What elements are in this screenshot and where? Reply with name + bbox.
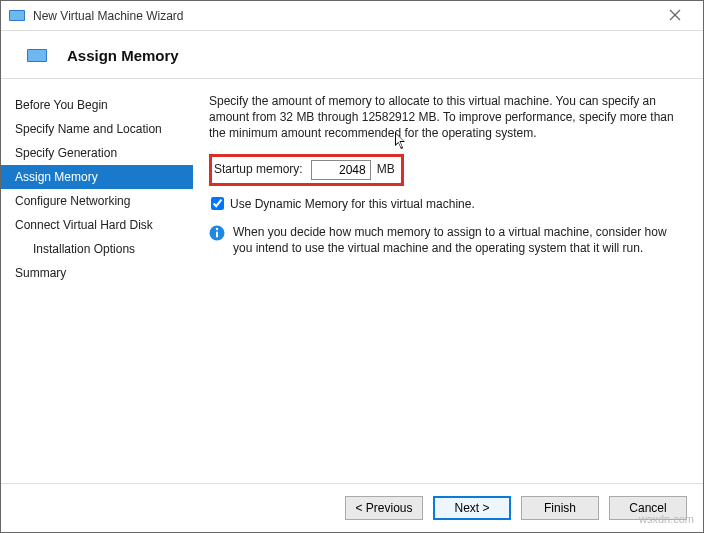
info-text: When you decide how much memory to assig… xyxy=(233,224,683,256)
step-before-you-begin[interactable]: Before You Begin xyxy=(1,93,193,117)
wizard-window: New Virtual Machine Wizard Assign Memory… xyxy=(0,0,704,533)
wizard-header: Assign Memory xyxy=(1,31,703,79)
dynamic-memory-checkbox[interactable] xyxy=(211,197,224,210)
step-specify-generation[interactable]: Specify Generation xyxy=(1,141,193,165)
step-connect-vhd[interactable]: Connect Virtual Hard Disk xyxy=(1,213,193,237)
previous-button[interactable]: < Previous xyxy=(345,496,423,520)
footer: < Previous Next > Finish Cancel xyxy=(1,483,703,532)
sidebar: Before You Begin Specify Name and Locati… xyxy=(1,79,193,483)
info-row: When you decide how much memory to assig… xyxy=(209,224,683,256)
finish-button[interactable]: Finish xyxy=(521,496,599,520)
step-installation-options[interactable]: Installation Options xyxy=(1,237,193,261)
step-assign-memory[interactable]: Assign Memory xyxy=(1,165,193,189)
info-icon xyxy=(209,225,225,241)
startup-memory-row: Startup memory: MB xyxy=(209,154,404,186)
watermark: wsxdn.com xyxy=(639,513,694,525)
page-title: Assign Memory xyxy=(67,47,179,64)
wizard-body: Before You Begin Specify Name and Locati… xyxy=(1,79,703,483)
dynamic-memory-label: Use Dynamic Memory for this virtual mach… xyxy=(230,196,475,212)
main-panel: Specify the amount of memory to allocate… xyxy=(193,79,703,483)
step-configure-networking[interactable]: Configure Networking xyxy=(1,189,193,213)
svg-point-8 xyxy=(216,228,218,230)
close-icon xyxy=(669,9,681,21)
dynamic-memory-row: Use Dynamic Memory for this virtual mach… xyxy=(209,196,683,212)
window-title: New Virtual Machine Wizard xyxy=(33,9,655,23)
next-button[interactable]: Next > xyxy=(433,496,511,520)
startup-memory-label: Startup memory: xyxy=(214,161,303,177)
memory-unit: MB xyxy=(377,161,395,177)
svg-rect-1 xyxy=(10,11,24,20)
svg-rect-7 xyxy=(216,231,218,237)
svg-rect-5 xyxy=(28,50,46,61)
startup-memory-input[interactable] xyxy=(311,160,371,180)
description-text: Specify the amount of memory to allocate… xyxy=(209,93,683,142)
step-summary[interactable]: Summary xyxy=(1,261,193,285)
monitor-icon xyxy=(27,49,47,63)
titlebar: New Virtual Machine Wizard xyxy=(1,1,703,31)
close-button[interactable] xyxy=(655,8,695,24)
step-specify-name-location[interactable]: Specify Name and Location xyxy=(1,117,193,141)
app-icon xyxy=(9,8,25,24)
